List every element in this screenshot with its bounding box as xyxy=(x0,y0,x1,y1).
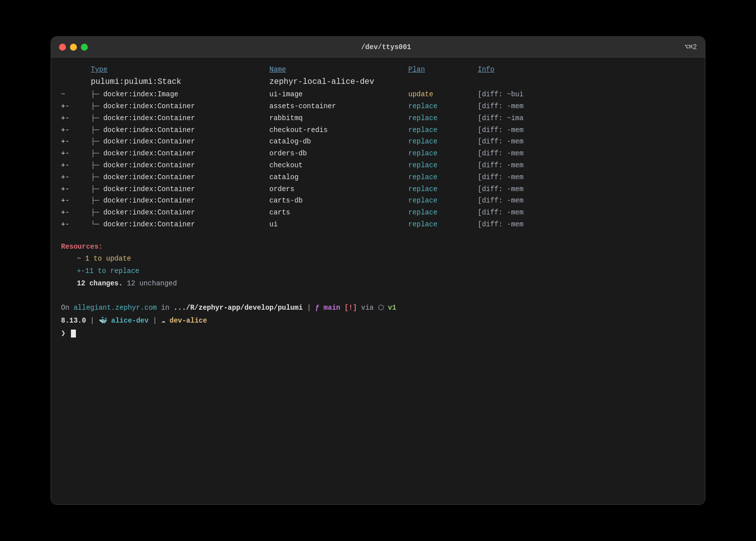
stack-prefix xyxy=(61,75,91,89)
row-prefix: +- xyxy=(61,207,91,219)
row-name: carts xyxy=(269,207,408,219)
table-row: +- ├─ docker:index:Container assets-cont… xyxy=(61,101,695,113)
row-type: ├─ docker:index:Container xyxy=(91,136,269,148)
table-row: +- ├─ docker:index:Container orders repl… xyxy=(61,184,695,196)
maximize-button[interactable] xyxy=(81,44,88,51)
row-name: orders xyxy=(269,184,408,196)
in-text: in xyxy=(157,304,174,312)
pipe-2: | xyxy=(86,317,98,325)
row-name: catalog xyxy=(269,172,408,184)
stack-row: pulumi:pulumi:Stack zephyr-local-alice-d… xyxy=(61,75,695,89)
row-name: checkout-redis xyxy=(269,125,408,136)
stack-type: pulumi:pulumi:Stack xyxy=(91,75,269,89)
table-row: +- ├─ docker:index:Container carts repla… xyxy=(61,207,695,219)
row-type: ├─ docker:index:Container xyxy=(91,172,269,184)
prompt-section: On allegiant.zephyr.com in .../R/zephyr-… xyxy=(61,302,695,340)
row-prefix: +- xyxy=(61,113,91,125)
row-prefix: +- xyxy=(61,101,91,113)
row-prefix: +- xyxy=(61,136,91,148)
row-plan: replace xyxy=(408,101,478,113)
row-prefix: +- xyxy=(61,160,91,172)
row-type: ├─ docker:index:Container xyxy=(91,184,269,196)
stack-name: zephyr-local-alice-dev xyxy=(269,75,408,89)
stack-info xyxy=(478,75,577,89)
row-info: [diff: -mem xyxy=(478,207,577,219)
table-header-row: Type Name Plan Info xyxy=(61,66,695,73)
row-name: assets-container xyxy=(269,101,408,113)
branch-icon: ƒ xyxy=(315,304,324,312)
row-type: ├─ docker:index:Container xyxy=(91,101,269,113)
row-plan: replace xyxy=(408,195,478,207)
table-row: +- ├─ docker:index:Container catalog-db … xyxy=(61,136,695,148)
row-plan: replace xyxy=(408,113,478,125)
row-plan: replace xyxy=(408,172,478,184)
table-row: ~ ├─ docker:index:Image ui-image update … xyxy=(61,89,695,101)
resources-replace-text: +-11 to replace xyxy=(77,267,139,275)
row-info: [diff: -mem xyxy=(478,148,577,160)
alice-label: alice-dev xyxy=(111,317,149,325)
row-prefix: +- xyxy=(61,148,91,160)
header-prefix xyxy=(61,66,91,73)
resources-changes-line: 12 changes. 12 unchanged xyxy=(77,277,695,290)
row-name: ui xyxy=(269,219,408,231)
pipe-3: | xyxy=(149,317,161,325)
row-info: [diff: -mem xyxy=(478,219,577,231)
row-info: [diff: -mem xyxy=(478,195,577,207)
row-info: [diff: ~bui xyxy=(478,89,577,101)
window-title: /dev/ttys001 xyxy=(361,43,411,51)
row-info: [diff: ~ima xyxy=(478,113,577,125)
terminal-body: Type Name Plan Info pulumi:pulumi:Stack … xyxy=(51,58,705,504)
terminal-window: /dev/ttys001 ⌥⌘2 Type Name Plan Info pul… xyxy=(51,36,705,505)
node-version: v1 xyxy=(388,304,396,312)
prompt-arrow-line: ❯ xyxy=(61,327,695,340)
row-type: ├─ docker:index:Container xyxy=(91,113,269,125)
row-prefix: +- xyxy=(61,172,91,184)
row-plan: update xyxy=(408,89,478,101)
table-row: +- ├─ docker:index:Container checkout re… xyxy=(61,160,695,172)
dev-label: dev-alice xyxy=(170,317,207,325)
row-type: ├─ docker:index:Container xyxy=(91,207,269,219)
close-button[interactable] xyxy=(59,44,66,51)
stack-plan xyxy=(408,75,478,89)
row-name: rabbitmq xyxy=(269,113,408,125)
row-name: carts-db xyxy=(269,195,408,207)
row-info: [diff: -mem xyxy=(478,160,577,172)
row-info: [diff: -mem xyxy=(478,136,577,148)
minimize-button[interactable] xyxy=(70,44,77,51)
row-prefix: +- xyxy=(61,125,91,136)
prompt-line-1: On allegiant.zephyr.com in .../R/zephyr-… xyxy=(61,302,695,314)
row-prefix: +- xyxy=(61,195,91,207)
header-name: Name xyxy=(269,66,408,73)
row-plan: replace xyxy=(408,207,478,219)
resources-changes-count: 12 changes. xyxy=(77,279,123,287)
row-name: catalog-db xyxy=(269,136,408,148)
table-row: +- ├─ docker:index:Container orders-db r… xyxy=(61,148,695,160)
bang-text: [!] xyxy=(344,304,357,312)
via-text: via xyxy=(357,304,378,312)
branch-name: main xyxy=(323,304,344,312)
table-row: +- ├─ docker:index:Container rabbitmq re… xyxy=(61,113,695,125)
titlebar: /dev/ttys001 ⌥⌘2 xyxy=(51,37,705,58)
row-type: ├─ docker:index:Container xyxy=(91,148,269,160)
row-info: [diff: -mem xyxy=(478,172,577,184)
resources-summary: Resources: ~ 1 to update +-11 to replace… xyxy=(61,243,695,290)
resources-label: Resources: xyxy=(61,243,695,251)
row-prefix: +- xyxy=(61,219,91,231)
row-info: [diff: -mem xyxy=(478,184,577,196)
table-row: +- ├─ docker:index:Container carts-db re… xyxy=(61,195,695,207)
window-shortcut: ⌥⌘2 xyxy=(685,43,697,51)
row-name: checkout xyxy=(269,160,408,172)
resources-unchanged: 12 unchanged xyxy=(127,279,177,287)
row-info: [diff: -mem xyxy=(478,101,577,113)
row-plan: replace xyxy=(408,219,478,231)
cloud-icon: ☁ xyxy=(161,317,170,325)
traffic-lights xyxy=(59,44,88,51)
path-text: .../R/zephyr-app/develop/pulumi xyxy=(174,304,303,312)
prompt-arrow: ❯ xyxy=(61,330,70,338)
resources-update-line: ~ 1 to update xyxy=(77,253,695,265)
table-row: +- ├─ docker:index:Container checkout-re… xyxy=(61,125,695,136)
cursor-block xyxy=(71,330,76,338)
row-plan: replace xyxy=(408,125,478,136)
docker-icon: 🐳 xyxy=(99,317,111,325)
resource-rows: ~ ├─ docker:index:Image ui-image update … xyxy=(61,89,695,231)
